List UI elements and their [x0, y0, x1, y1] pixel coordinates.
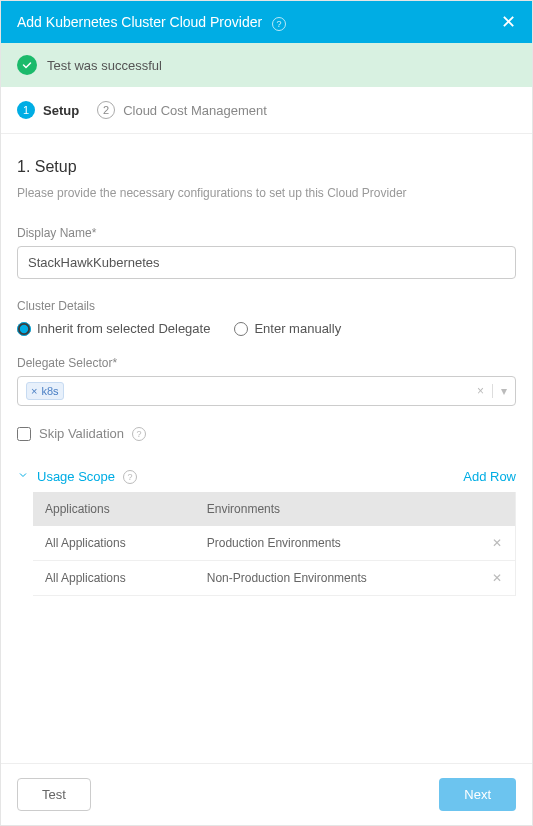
help-icon[interactable]: ?: [272, 17, 286, 31]
radio-manual-input[interactable]: [234, 322, 248, 336]
banner-message: Test was successful: [47, 58, 162, 73]
step-cloud-cost[interactable]: 2 Cloud Cost Management: [97, 101, 267, 119]
table-row: All Applications Non-Production Environm…: [33, 561, 515, 596]
usage-scope-header: Usage Scope ? Add Row: [17, 469, 516, 484]
selector-tag: × k8s: [26, 382, 64, 400]
display-name-input[interactable]: [17, 246, 516, 279]
display-name-field: Display Name*: [17, 226, 516, 279]
add-row-button[interactable]: Add Row: [463, 469, 516, 484]
step-label: Cloud Cost Management: [123, 103, 267, 118]
cell-env[interactable]: Non-Production Environments: [195, 561, 479, 596]
success-banner: Test was successful: [1, 43, 532, 87]
help-icon[interactable]: ?: [123, 470, 137, 484]
col-applications: Applications: [33, 492, 195, 526]
radio-manual[interactable]: Enter manually: [234, 321, 341, 336]
separator: [492, 384, 493, 398]
delegate-selector-field: Delegate Selector* × k8s × ▾: [17, 356, 516, 406]
dialog-header: Add Kubernetes Cluster Cloud Provider ? …: [1, 1, 532, 43]
usage-scope-toggle[interactable]: Usage Scope ?: [17, 469, 137, 484]
radio-inherit[interactable]: Inherit from selected Delegate: [17, 321, 210, 336]
test-button[interactable]: Test: [17, 778, 91, 811]
next-button[interactable]: Next: [439, 778, 516, 811]
usage-scope-table-wrap: Applications Environments All Applicatio…: [17, 492, 516, 596]
step-number: 2: [97, 101, 115, 119]
help-icon[interactable]: ?: [132, 427, 146, 441]
chevron-down-icon: [17, 469, 29, 484]
usage-scope-label: Usage Scope: [37, 469, 115, 484]
radio-inherit-label: Inherit from selected Delegate: [37, 321, 210, 336]
radio-inherit-input[interactable]: [17, 322, 31, 336]
step-setup[interactable]: 1 Setup: [17, 101, 79, 119]
section-title: 1. Setup: [17, 158, 516, 176]
step-number: 1: [17, 101, 35, 119]
cluster-details-label: Cluster Details: [17, 299, 516, 313]
step-label: Setup: [43, 103, 79, 118]
skip-validation-checkbox[interactable]: [17, 427, 31, 441]
cell-app[interactable]: All Applications: [33, 526, 195, 561]
col-delete: [479, 492, 515, 526]
delegate-selector-label: Delegate Selector*: [17, 356, 516, 370]
delegate-selector-input[interactable]: × k8s × ▾: [17, 376, 516, 406]
clear-icon[interactable]: ×: [477, 384, 484, 398]
content-area: 1. Setup Please provide the necessary co…: [1, 134, 532, 763]
section-desc: Please provide the necessary configurati…: [17, 186, 516, 200]
table-row: All Applications Production Environments…: [33, 526, 515, 561]
table-header-row: Applications Environments: [33, 492, 515, 526]
tag-remove-icon[interactable]: ×: [31, 385, 37, 397]
delete-row-icon[interactable]: ✕: [479, 561, 515, 596]
step-indicator: 1 Setup 2 Cloud Cost Management: [1, 87, 532, 134]
tag-text: k8s: [41, 385, 58, 397]
cluster-details-field: Cluster Details Inherit from selected De…: [17, 299, 516, 336]
usage-scope-table: Applications Environments All Applicatio…: [33, 492, 515, 596]
check-icon: [17, 55, 37, 75]
display-name-label: Display Name*: [17, 226, 516, 240]
close-icon[interactable]: ✕: [501, 13, 516, 31]
cell-app[interactable]: All Applications: [33, 561, 195, 596]
cell-env[interactable]: Production Environments: [195, 526, 479, 561]
radio-manual-label: Enter manually: [254, 321, 341, 336]
skip-validation-label: Skip Validation: [39, 426, 124, 441]
delete-row-icon[interactable]: ✕: [479, 526, 515, 561]
col-environments: Environments: [195, 492, 479, 526]
skip-validation-row: Skip Validation ?: [17, 426, 516, 441]
dialog-footer: Test Next: [1, 763, 532, 825]
chevron-down-icon[interactable]: ▾: [501, 384, 507, 398]
dialog-title: Add Kubernetes Cluster Cloud Provider: [17, 14, 262, 30]
